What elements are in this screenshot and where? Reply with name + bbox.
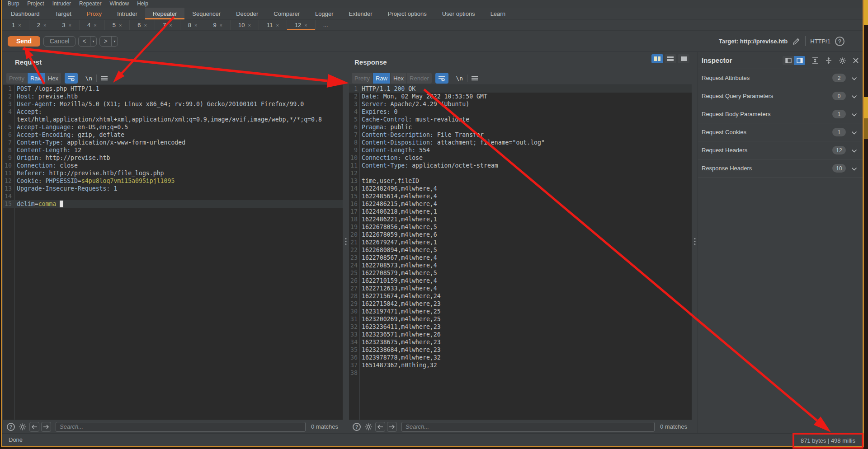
response-editor-line[interactable]: 281622715674,m4lwhere,24 [349,292,692,300]
response-line-text[interactable]: Content-Disposition: attachment; filenam… [359,139,545,146]
response-line-text[interactable]: Date: Mon, 02 May 2022 10:53:50 GMT [359,93,487,100]
tab-comparer[interactable]: Comparer [266,8,307,19]
response-editor-line[interactable]: 261622710159,m4lwhere,4 [349,277,692,285]
response-search-settings-icon[interactable] [363,422,373,432]
dock-right-icon[interactable] [794,56,805,65]
request-line-text[interactable]: Content-Length: 12 [14,146,81,154]
close-tab-icon[interactable]: × [220,23,222,28]
response-editor-line[interactable]: 211622679247,m4lwhere,1 [349,239,692,246]
response-line-text[interactable]: 1651487362,n0thing,32 [359,361,437,369]
response-editor-line[interactable]: 141622482496,m4lwhere,4 [349,185,692,192]
response-editor-line[interactable]: 8Content-Disposition: attachment; filena… [349,139,692,146]
response-line-text[interactable] [359,369,362,377]
tab-sequencer[interactable]: Sequencer [184,8,228,19]
repeater-tab-5[interactable]: 5× [105,20,130,30]
response-line-text[interactable] [359,169,362,177]
layout-rows-button[interactable] [665,54,676,63]
response-editor-line[interactable]: 161622486215,m4lwhere,4 [349,200,692,208]
response-line-text[interactable]: 1622710159,m4lwhere,4 [359,277,437,285]
response-editor-line[interactable]: 271622712633,m4lwhere,4 [349,285,692,292]
request-search-prev-icon[interactable] [29,422,39,432]
tab-decoder[interactable]: Decoder [228,8,266,19]
response-line-text[interactable]: HTTP/1.1 200 OK [359,85,415,93]
response-editor-line[interactable]: 11Content-Type: application/octet-stream [349,162,692,169]
response-line-text[interactable]: 1623200269,m4lwhere,25 [359,315,441,323]
tab-proxy[interactable]: Proxy [79,8,109,19]
request-line-text[interactable]: Origin: http://previse.htb [14,154,110,162]
response-editor-line[interactable]: 371651487362,n0thing,32 [349,361,692,369]
response-editor-line[interactable]: 1HTTP/1.1 200 OK [349,85,692,93]
response-editor-line[interactable]: 181622486221,m4lwhere,1 [349,215,692,223]
layout-columns-button[interactable] [651,54,663,63]
response-line-text[interactable]: 1622712633,m4lwhere,4 [359,285,437,292]
response-editor-line[interactable]: 251622708579,m4lwhere,5 [349,269,692,277]
request-line-text[interactable]: Accept: [14,108,42,116]
request-line-text[interactable]: text/html,application/xhtml+xml,applicat… [14,116,322,123]
response-editor-line[interactable]: 3Server: Apache/2.4.29 (Ubuntu) [349,100,692,108]
response-line-text[interactable]: 1622678059,m4lwhere,6 [359,231,437,239]
tab-logger[interactable]: Logger [307,8,341,19]
response-line-text[interactable]: time,user,fileID [359,177,419,185]
help-icon[interactable]: ? [835,37,844,46]
response-editor-surface[interactable]: 1HTTP/1.1 200 OK2Date: Mon, 02 May 2022 … [349,85,692,420]
inspector-section-request-attributes[interactable]: Request Attributes2 [698,69,863,87]
request-line-text[interactable]: delim=comma [14,200,63,208]
inspector-section-request-cookies[interactable]: Request Cookies1 [698,123,863,141]
close-tab-icon[interactable]: × [69,23,71,28]
request-search-next-icon[interactable] [41,422,51,432]
response-editor-line[interactable]: 10Connection: close [349,154,692,162]
response-inspector-splitter[interactable] [692,52,698,433]
request-search-help-icon[interactable]: ? [6,422,16,432]
response-line-text[interactable]: 1622715842,m4lwhere,23 [359,300,441,308]
response-line-text[interactable]: 1623238684,m4lwhere,23 [359,346,441,354]
tab-project-options[interactable]: Project options [380,8,434,19]
response-editor-line[interactable]: 361623978778,m4lwhere,32 [349,354,692,361]
response-editor-line[interactable]: 5Cache-Control: must-revalidate [349,116,692,123]
response-line-text[interactable]: 1622486218,m4lwhere,1 [359,208,437,215]
request-editor-line[interactable]: 14 [3,192,343,200]
response-line-text[interactable]: 1622708567,m4lwhere,4 [359,254,437,262]
response-editor-line[interactable]: 341623238675,m4lwhere,23 [349,338,692,346]
response-search-next-icon[interactable] [387,422,397,432]
response-line-text[interactable]: Cache-Control: must-revalidate [359,116,469,123]
response-search-prev-icon[interactable] [375,422,385,432]
collapse-all-icon[interactable] [825,57,832,64]
response-tab-pretty[interactable]: Pretty [352,73,373,84]
tab-target[interactable]: Target [47,8,79,19]
inspector-close-icon[interactable] [853,57,859,64]
response-editor[interactable]: 1HTTP/1.1 200 OK2Date: Mon, 02 May 2022 … [349,84,692,420]
http-version-label[interactable]: HTTP/1 [810,38,830,45]
request-editor[interactable]: 1POST /logs.php HTTP/1.12Host: previse.h… [3,84,343,420]
repeater-tab-6[interactable]: 6× [130,20,155,30]
request-editor-line[interactable]: 9Origin: http://previse.htb [3,154,343,162]
response-editor-line[interactable]: 231622708567,m4lwhere,4 [349,254,692,262]
close-tab-icon[interactable]: × [248,23,251,28]
repeater-tab-9[interactable]: 9× [205,20,231,30]
request-tab-hex[interactable]: Hex [45,73,61,84]
request-editor-line[interactable]: 2Host: previse.htb [3,93,343,100]
response-line-text[interactable]: 1623978778,m4lwhere,32 [359,354,441,361]
repeater-tab-11[interactable]: 11× [259,20,287,30]
response-line-text[interactable]: 1623197471,m4lwhere,25 [359,308,441,315]
response-tab-raw[interactable]: Raw [373,73,391,84]
response-editor-line[interactable]: 301623197471,m4lwhere,25 [349,308,692,315]
request-editor-line[interactable]: text/html,application/xhtml+xml,applicat… [3,116,343,123]
response-line-text[interactable]: 1622708573,m4lwhere,4 [359,262,437,269]
response-line-text[interactable]: 1623238675,m4lwhere,23 [359,338,441,346]
send-button[interactable]: Send [8,36,40,47]
response-line-text[interactable]: 1622715674,m4lwhere,24 [359,292,441,300]
response-editor-line[interactable]: 311623200269,m4lwhere,25 [349,315,692,323]
response-word-wrap-icon[interactable] [435,73,448,84]
repeater-tab-3[interactable]: 3× [54,20,80,30]
response-editor-line[interactable]: 191622678056,m4lwhere,5 [349,223,692,231]
response-line-text[interactable]: 1622708579,m4lwhere,5 [359,269,437,277]
request-line-text[interactable]: User-Agent: Mozilla/5.0 (X11; Linux x86_… [14,100,304,108]
inspector-section-response-headers[interactable]: Response Headers10 [698,159,863,178]
request-editor-line[interactable]: 12Cookie: PHPSESSID=s4pu8loq7vmi15a095ip… [3,177,343,185]
menu-item-burp[interactable]: Burp [4,0,23,8]
tab-dashboard[interactable]: Dashboard [3,8,47,19]
request-line-text[interactable] [14,192,17,200]
response-line-text[interactable]: Content-Type: application/octet-stream [359,162,498,169]
close-tab-icon[interactable]: × [194,23,197,28]
response-line-text[interactable]: Expires: 0 [359,108,397,116]
